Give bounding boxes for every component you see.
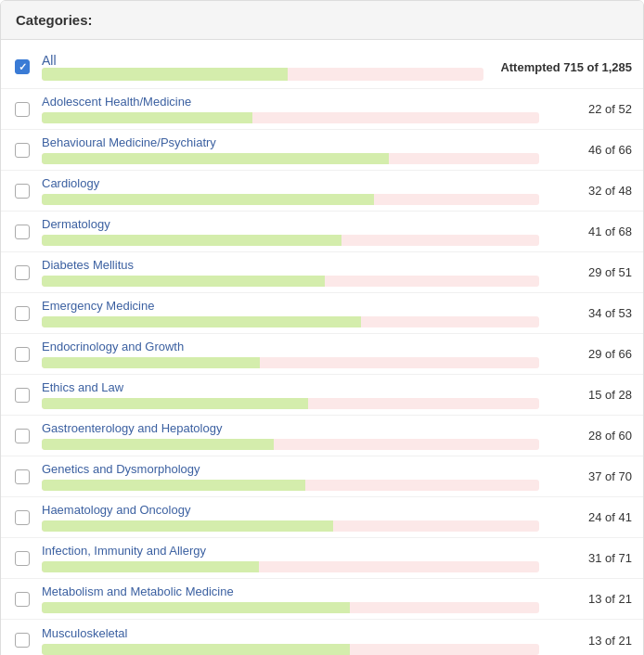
category-label: Emergency Medicine <box>42 299 539 313</box>
list-item: Cardiology 32 of 48 <box>1 171 643 212</box>
category-label-bar: Metabolism and Metabolic Medicine <box>42 584 539 613</box>
list-item: Metabolism and Metabolic Medicine 13 of … <box>1 579 643 620</box>
category-label: Dermatology <box>42 217 539 231</box>
category-label-bar: Diabetes Mellitus <box>42 258 539 287</box>
category-label-bar: Adolescent Health/Medicine <box>42 95 539 123</box>
category-label-bar: Haematology and Oncology <box>42 503 539 532</box>
category-count: 24 of 41 <box>548 510 632 524</box>
category-checkbox[interactable] <box>15 469 30 484</box>
category-label: Genetics and Dysmorphology <box>42 462 539 476</box>
category-checkbox[interactable] <box>15 429 30 443</box>
category-bar-fill <box>42 194 374 205</box>
category-bar-track <box>42 520 539 532</box>
category-count: 22 of 52 <box>548 102 632 116</box>
category-checkbox-wrap[interactable] <box>12 347 32 362</box>
category-checkbox-wrap[interactable] <box>12 143 32 158</box>
category-count: 15 of 28 <box>548 388 632 402</box>
categories-list: All Attempted 715 of 1,285 Adolescent He… <box>1 40 643 655</box>
panel-header: Categories: <box>1 1 643 40</box>
category-count: 41 of 68 <box>548 225 632 238</box>
list-item: Behavioural Medicine/Psychiatry 46 of 66 <box>1 130 643 171</box>
category-bar-track <box>42 602 539 613</box>
category-checkbox[interactable] <box>15 143 30 158</box>
category-checkbox-wrap[interactable] <box>12 510 32 525</box>
category-checkbox[interactable] <box>15 265 30 280</box>
category-label-bar: Genetics and Dysmorphology <box>42 462 539 491</box>
list-item: Infection, Immunity and Allergy 31 of 71 <box>1 538 643 579</box>
list-item: Dermatology 41 of 68 <box>1 212 643 252</box>
category-checkbox[interactable] <box>15 225 30 239</box>
category-label: Adolescent Health/Medicine <box>42 95 539 109</box>
category-label: Endocrinology and Growth <box>42 340 539 353</box>
category-count: 29 of 66 <box>548 347 632 361</box>
all-checkbox-wrap[interactable] <box>12 59 32 74</box>
all-bar-section: All <box>42 53 483 81</box>
category-count: 37 of 70 <box>548 469 632 483</box>
all-bar-fill <box>42 68 288 81</box>
category-rows: Adolescent Health/Medicine 22 of 52 Beha… <box>1 89 643 655</box>
category-checkbox-wrap[interactable] <box>12 551 32 566</box>
list-item: Haematology and Oncology 24 of 41 <box>1 497 643 538</box>
list-item: Adolescent Health/Medicine 22 of 52 <box>1 89 643 130</box>
category-label-bar: Emergency Medicine <box>42 299 539 328</box>
category-checkbox[interactable] <box>15 102 30 117</box>
category-label: Gastroenterology and Hepatology <box>42 421 539 435</box>
category-bar-fill <box>42 112 252 123</box>
category-count: 13 of 21 <box>548 634 632 648</box>
list-item: Diabetes Mellitus 29 of 51 <box>1 252 643 293</box>
category-checkbox[interactable] <box>15 592 30 607</box>
category-label-bar: Cardiology <box>42 176 539 205</box>
category-checkbox[interactable] <box>15 388 30 403</box>
category-bar-track <box>42 194 539 205</box>
category-label: Haematology and Oncology <box>42 503 539 517</box>
category-label-bar: Ethics and Law <box>42 380 539 409</box>
category-bar-track <box>42 112 539 123</box>
category-label: Cardiology <box>42 176 539 190</box>
category-checkbox[interactable] <box>15 306 30 321</box>
category-bar-fill <box>42 480 305 491</box>
category-label-bar: Behavioural Medicine/Psychiatry <box>42 135 539 164</box>
all-checkbox[interactable] <box>15 59 30 74</box>
category-bar-track <box>42 357 539 368</box>
category-count: 29 of 51 <box>548 265 632 279</box>
all-bar-track <box>42 68 483 81</box>
category-checkbox[interactable] <box>15 551 30 566</box>
category-bar-track <box>42 644 539 655</box>
category-label: Musculoskeletal <box>42 626 539 640</box>
category-checkbox-wrap[interactable] <box>12 184 32 199</box>
panel-title: Categories: <box>16 12 93 28</box>
category-bar-fill <box>42 602 350 613</box>
category-label: Ethics and Law <box>42 380 539 394</box>
category-label-bar: Endocrinology and Growth <box>42 340 539 368</box>
category-checkbox-wrap[interactable] <box>12 633 32 648</box>
category-checkbox[interactable] <box>15 347 30 362</box>
list-item: Genetics and Dysmorphology 37 of 70 <box>1 456 643 497</box>
category-checkbox-wrap[interactable] <box>12 265 32 280</box>
category-bar-track <box>42 153 539 164</box>
category-count: 46 of 66 <box>548 143 632 157</box>
category-checkbox[interactable] <box>15 633 30 648</box>
category-checkbox[interactable] <box>15 510 30 525</box>
category-bar-track <box>42 561 539 572</box>
category-bar-track <box>42 235 539 246</box>
category-checkbox-wrap[interactable] <box>12 306 32 321</box>
category-checkbox-wrap[interactable] <box>12 429 32 443</box>
category-count: 32 of 48 <box>548 184 632 198</box>
category-bar-track <box>42 398 539 409</box>
list-item: Endocrinology and Growth 29 of 66 <box>1 334 643 375</box>
all-count: Attempted 715 of 1,285 <box>493 60 632 74</box>
category-bar-fill <box>42 316 361 328</box>
all-label: All <box>42 53 483 68</box>
category-checkbox-wrap[interactable] <box>12 225 32 239</box>
category-bar-track <box>42 480 539 491</box>
category-checkbox-wrap[interactable] <box>12 469 32 484</box>
category-bar-fill <box>42 520 333 532</box>
category-label-bar: Musculoskeletal <box>42 626 539 655</box>
category-checkbox[interactable] <box>15 184 30 199</box>
category-bar-track <box>42 439 539 450</box>
list-item: Emergency Medicine 34 of 53 <box>1 293 643 334</box>
category-checkbox-wrap[interactable] <box>12 592 32 607</box>
category-label-bar: Infection, Immunity and Allergy <box>42 544 539 572</box>
category-checkbox-wrap[interactable] <box>12 388 32 403</box>
category-checkbox-wrap[interactable] <box>12 102 32 117</box>
